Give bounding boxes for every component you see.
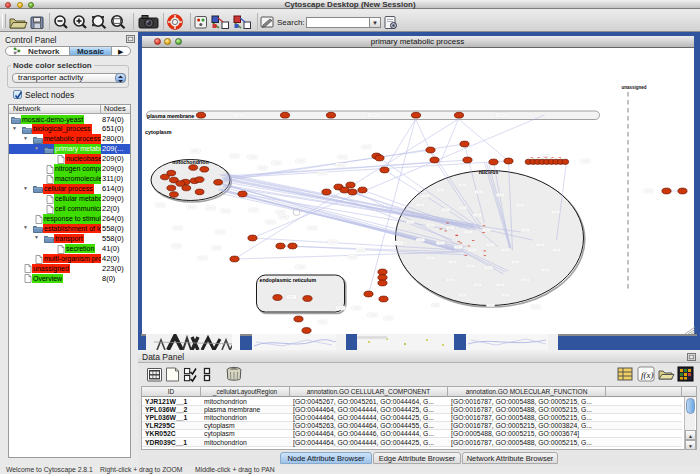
svg-text:mitochondrion: mitochondrion <box>172 159 208 165</box>
svg-text:endoplasmic reticulum: endoplasmic reticulum <box>259 277 316 283</box>
svg-text:unassigned: unassigned <box>621 85 646 90</box>
svg-text:plasma membrane: plasma membrane <box>147 113 194 119</box>
svg-text:f(x): f(x) <box>641 370 654 380</box>
svg-text:cytoplasm: cytoplasm <box>145 129 172 135</box>
